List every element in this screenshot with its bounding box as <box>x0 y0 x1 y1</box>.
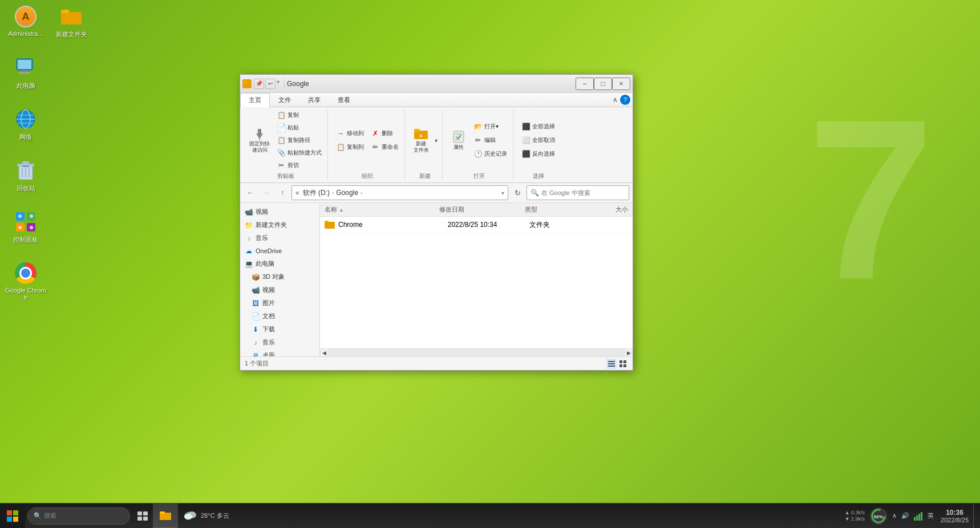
ribbon-collapse-button[interactable]: ∧ <box>613 96 618 104</box>
copy-path-button[interactable]: 📋 复制路径 <box>274 135 324 146</box>
sidebar-item-videos2[interactable]: 📹 视频 <box>240 283 319 297</box>
organize-sub2: ✗ 删除 ✏ 重命名 <box>368 128 401 153</box>
desktop-icon-administrator[interactable]: A Administra... <box>3 3 48 39</box>
taskbar-search[interactable]: 🔍 搜索 <box>27 507 130 525</box>
forward-button[interactable]: → <box>260 186 273 200</box>
copy-button[interactable]: 📋 复制 <box>274 109 324 121</box>
file-item-chrome[interactable]: Chrome 2022/8/25 10:34 文件夹 <box>320 217 633 233</box>
hscroll-track[interactable] <box>328 349 625 357</box>
new-dropdown-button[interactable]: ▾ <box>434 136 439 145</box>
back-button[interactable]: ← <box>244 186 257 200</box>
hscroll-right-button[interactable]: ▶ <box>625 349 633 357</box>
svg-rect-31 <box>414 129 420 132</box>
svg-rect-38 <box>608 361 615 362</box>
properties-button[interactable]: 属性 <box>448 129 469 152</box>
sidebar-item-videos[interactable]: 📹 视频 <box>240 205 319 218</box>
column-date[interactable]: 修改日期 <box>439 205 525 214</box>
rename-button[interactable]: ✏ 重命名 <box>368 141 401 153</box>
column-size[interactable]: 大小 <box>582 205 628 214</box>
recycle-bin-icon <box>14 159 37 182</box>
sidebar-item-music[interactable]: ♪ 音乐 <box>240 231 319 245</box>
control-panel-label: 控制面板 <box>13 235 38 244</box>
ribbon-tab-file[interactable]: 文件 <box>270 93 299 107</box>
select-all-button[interactable]: ⬛ 全部选择 <box>519 121 557 132</box>
new-folder-button[interactable]: + 新建文件夹 <box>411 126 431 155</box>
minimize-button[interactable]: − <box>576 78 594 90</box>
column-name[interactable]: 名称 ▲ <box>325 205 439 214</box>
network-tray[interactable] <box>912 503 925 529</box>
taskbar-search-placeholder: 搜索 <box>44 511 56 520</box>
sidebar-item-pictures[interactable]: 🖼 图片 <box>240 297 319 310</box>
sidebar-item-music2[interactable]: ♪ 音乐 <box>240 336 319 349</box>
weather-widget[interactable]: 28°C 多云 <box>178 508 234 524</box>
deselect-all-icon: ⬜ <box>521 136 531 145</box>
sidebar-item-new-folder[interactable]: 📁 新建文件夹 <box>240 218 319 231</box>
deselect-all-button[interactable]: ⬜ 全部取消 <box>519 135 557 146</box>
search-icon: 🔍 <box>531 189 539 197</box>
search-input[interactable] <box>541 189 625 196</box>
network-speed-tray[interactable]: ▲ 0.3k/s ▼ 2.9k/s <box>843 503 867 529</box>
sidebar-item-desktop[interactable]: 🖥 桌面 <box>240 349 319 356</box>
cut-button[interactable]: ✂ 剪切 <box>274 160 324 171</box>
ribbon-tab-share[interactable]: 共享 <box>299 93 329 107</box>
task-view-button[interactable] <box>132 506 153 526</box>
quick-undo-button[interactable]: ↩ <box>265 79 276 89</box>
sidebar-item-onedrive[interactable]: ☁ OneDrive <box>240 245 319 257</box>
invert-select-button[interactable]: ⬛ 反向选择 <box>519 148 557 160</box>
open-button[interactable]: 📂 打开▾ <box>471 121 509 132</box>
svg-point-53 <box>184 514 192 519</box>
taskbar-clock[interactable]: 10:36 2022/8/25 <box>936 509 973 523</box>
chrome-folder-icon <box>325 220 335 230</box>
maximize-button[interactable]: □ <box>594 78 612 90</box>
refresh-button[interactable]: ↻ <box>511 186 524 200</box>
sidebar-item-3d-objects[interactable]: 📦 3D 对象 <box>240 270 319 283</box>
start-button[interactable] <box>0 503 25 529</box>
edit-button[interactable]: ✏ 编辑 <box>471 135 509 146</box>
icon-view-button[interactable] <box>618 359 628 369</box>
show-desktop-button[interactable] <box>973 503 978 529</box>
desktop-icon-new-folder[interactable]: 新建文件夹 <box>48 3 94 41</box>
paste-shortcut-button[interactable]: 📎 粘贴快捷方式 <box>274 147 324 159</box>
desktop-icon-control-panel[interactable]: 控制面板 <box>3 208 48 246</box>
copy-to-button[interactable]: 📋 复制到 <box>334 141 366 153</box>
hscroll-left-button[interactable]: ◀ <box>320 349 328 357</box>
pin-quick-access-button[interactable]: 固定到快速访问 <box>247 126 272 155</box>
path-software-d[interactable]: 软件 (D:) <box>302 188 331 198</box>
desktop-icon-recycle-bin[interactable]: 回收站 <box>3 157 48 195</box>
ribbon-group-new: + 新建文件夹 ▾ 新建 <box>407 109 443 180</box>
up-button[interactable]: ↑ <box>276 186 289 200</box>
paste-button[interactable]: 📄 粘贴 <box>274 122 324 133</box>
ribbon-tab-view[interactable]: 查看 <box>329 93 359 107</box>
sidebar-item-documents[interactable]: 📄 文档 <box>240 310 319 323</box>
taskbar-file-explorer[interactable] <box>153 503 178 529</box>
svg-rect-50 <box>160 511 165 514</box>
move-to-button[interactable]: → 移动到 <box>334 128 366 139</box>
ime-icon: 英 <box>928 511 934 520</box>
sidebar-item-this-pc[interactable]: 💻 此电脑 <box>240 257 319 270</box>
ribbon-tab-home[interactable]: 主页 <box>240 93 270 107</box>
address-dropdown-icon[interactable]: ▾ <box>501 190 504 196</box>
close-button[interactable]: × <box>612 78 630 90</box>
detail-view-button[interactable] <box>606 359 617 369</box>
svg-rect-39 <box>608 363 615 364</box>
quick-pin-button[interactable]: 📌 <box>254 79 264 89</box>
desktop-icon-this-pc[interactable]: 此电脑 <box>3 54 48 92</box>
address-bar-area: ← → ↑ « 软件 (D:) › Google › ▾ ↻ 🔍 <box>240 183 633 203</box>
delete-button[interactable]: ✗ 删除 <box>368 128 401 139</box>
disk-usage-tray[interactable]: 92% <box>867 503 890 529</box>
organize-sub: → 移动到 📋 复制到 <box>334 128 366 153</box>
address-bar[interactable]: « 软件 (D:) › Google › ▾ <box>291 185 508 200</box>
search-bar[interactable]: 🔍 <box>527 185 629 200</box>
history-button[interactable]: 🕐 历史记录 <box>471 148 509 160</box>
system-tray: ▲ 0.3k/s ▼ 2.9k/s 92% ∧ 🔊 <box>843 503 980 529</box>
help-button[interactable]: ? <box>620 95 630 105</box>
sidebar-item-downloads[interactable]: ⬇ 下载 <box>240 323 319 336</box>
volume-tray[interactable]: 🔊 <box>899 503 912 529</box>
quick-dropdown-button[interactable]: ▾ <box>277 79 280 89</box>
chevron-tray[interactable]: ∧ <box>890 503 899 529</box>
path-google[interactable]: Google <box>335 189 359 197</box>
column-type[interactable]: 类型 <box>525 205 582 214</box>
ime-tray[interactable]: 英 <box>925 503 936 529</box>
desktop-icon-network[interactable]: 网络 <box>3 105 48 144</box>
desktop-icon-google-chrome[interactable]: Google Chrome <box>3 259 48 303</box>
